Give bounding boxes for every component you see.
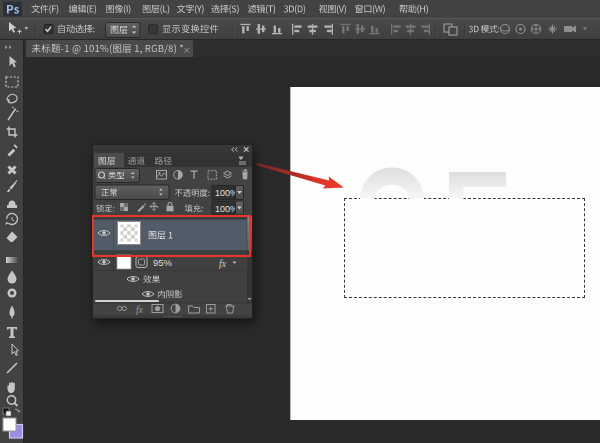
svg-text:fx: fx: [136, 305, 144, 315]
svg-text:100%: 100%: [215, 204, 238, 214]
svg-text:fx: fx: [219, 258, 227, 269]
svg-text:100%: 100%: [215, 188, 238, 198]
svg-text:95%: 95%: [153, 257, 173, 268]
